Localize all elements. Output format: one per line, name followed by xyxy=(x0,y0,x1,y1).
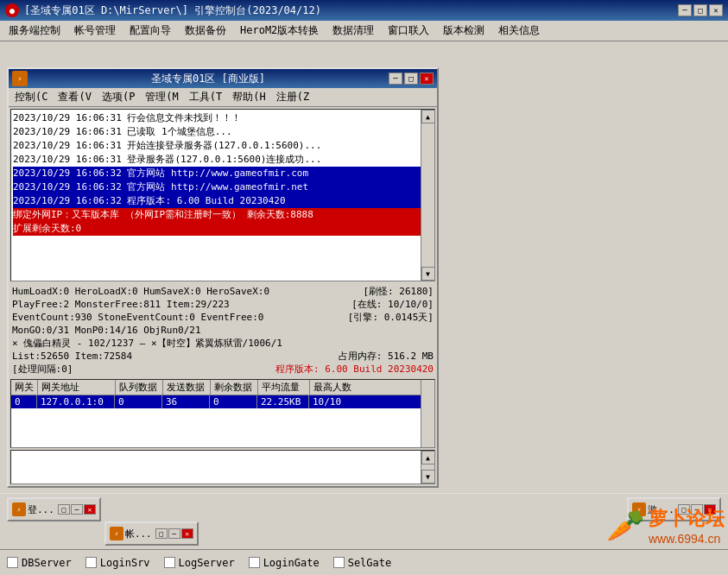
checkbox-selgate[interactable]: SelGate xyxy=(333,557,392,569)
row-gateway-addr: 127.0.0.1:0 xyxy=(37,395,115,408)
minimize-button[interactable]: ─ xyxy=(678,4,692,16)
menu-data-backup[interactable]: 数据备份 xyxy=(178,22,233,40)
task-min-btn-3[interactable]: ─ xyxy=(691,504,703,515)
task-close-btn-1[interactable]: ✕ xyxy=(84,504,96,515)
maximize-button[interactable]: □ xyxy=(693,4,707,16)
cb-selgate[interactable] xyxy=(333,557,345,568)
inner-minimize-btn[interactable]: ─ xyxy=(389,73,402,85)
menu-version-check[interactable]: 版本检测 xyxy=(436,22,491,40)
inner-menu-tools[interactable]: 工具(T xyxy=(184,89,227,105)
checkbox-logserver[interactable]: LogServer xyxy=(164,557,235,569)
task-restore-btn-3[interactable]: □ xyxy=(678,504,690,515)
inner-app-icon: ⚡ xyxy=(12,71,28,86)
menu-hero-convert[interactable]: HeroM2版本转换 xyxy=(233,22,326,40)
inner-controls: ─ □ ✕ xyxy=(389,73,434,85)
scroll-track[interactable] xyxy=(421,123,434,267)
scroll-up-btn[interactable]: ▲ xyxy=(421,110,435,123)
task-group-2: ⚡ 帐... □ ─ ✕ xyxy=(104,521,199,546)
row-avg-flow: 22.25KB xyxy=(257,395,309,408)
log-line-blue: 2023/10/29 16:06:32 官方网站 http://www.game… xyxy=(13,167,433,180)
status-engine: [引擎: 0.0145天] xyxy=(348,311,434,324)
cb-logingate[interactable] xyxy=(249,557,260,568)
log-line: 2023/10/29 16:06:31 开始连接登录服务器(127.0.0.1:… xyxy=(13,139,433,153)
inner-title-text: 圣域专属01区 [商业版] xyxy=(28,72,389,86)
bottom-bar: DBServer LoginSrv LogServer LoginGate Se… xyxy=(0,549,728,575)
col-avg-flow: 平均流量 xyxy=(258,380,310,395)
log-area[interactable]: 2023/10/29 16:06:31 行会信息文件未找到！！！ 2023/10… xyxy=(10,109,435,281)
status-puppet: × 傀儡白精灵 - 102/1237 – ×【时空】紧翼炼狱雷/1006/1 xyxy=(12,337,282,350)
task-mini-btns-account: □ ─ ✕ xyxy=(155,528,193,539)
close-button[interactable]: ✕ xyxy=(709,4,723,16)
menu-related-info[interactable]: 相关信息 xyxy=(491,22,547,40)
inner-menu-options[interactable]: 选项(P xyxy=(97,89,140,105)
task-restore-btn-1[interactable]: □ xyxy=(58,504,70,515)
log-content: 2023/10/29 16:06:31 行会信息文件未找到！！！ 2023/10… xyxy=(11,110,434,281)
cb-logserver[interactable] xyxy=(164,557,175,568)
task-restore-btn-2[interactable]: □ xyxy=(155,528,168,539)
scroll-down-btn[interactable]: ▼ xyxy=(421,267,435,281)
inner-menu-help[interactable]: 帮助(H xyxy=(227,89,270,105)
log-line-red: 绑定外网IP：又车版本库 （外网IP需和注册时一致） 剩余天数:8888 xyxy=(13,208,433,222)
cb-dbserver[interactable] xyxy=(7,557,18,568)
status-list-item: List:52650 Item:72584 xyxy=(12,350,132,363)
status-play-free: PlayFree:2 MonsterFree:811 Item:29/223 xyxy=(12,298,230,311)
status-row: × 傀儡白精灵 - 102/1237 – ×【时空】紧翼炼狱雷/1006/1 xyxy=(12,337,434,350)
table-scrollbar[interactable] xyxy=(421,380,434,447)
menu-data-clean[interactable]: 数据清理 xyxy=(326,22,381,40)
status-row: PlayFree:2 MonsterFree:811 Item:29/223 [… xyxy=(12,298,434,311)
col-gateway-addr: 网关地址 xyxy=(38,380,116,395)
task-min-btn-2[interactable]: ─ xyxy=(168,528,180,539)
status-version: 程序版本: 6.00 Build 20230420 xyxy=(275,363,434,376)
status-event: EventCount:930 StoneEventCount:0 EventFr… xyxy=(12,311,263,324)
inner-maximize-btn[interactable]: □ xyxy=(404,73,418,85)
gateway-table: 网关 网关地址 队列数据 发送数据 剩余数据 平均流量 最高人数 0 127.0… xyxy=(10,379,435,448)
col-send-data: 发送数据 xyxy=(163,380,211,395)
task-account-label: 帐... xyxy=(125,528,152,540)
task-mini-btns-login: □ ─ ✕ xyxy=(58,504,96,515)
title-controls: ─ □ ✕ xyxy=(678,4,723,16)
inner-menu-control[interactable]: 控制(C xyxy=(9,89,53,105)
label-loginsrv: LoginSrv xyxy=(100,557,150,569)
status-online: [在线: 10/10/0] xyxy=(351,298,434,311)
menu-server-control[interactable]: 服务端控制 xyxy=(2,22,67,40)
label-selgate: SelGate xyxy=(348,557,392,569)
table-row: 0 127.0.0.1:0 0 36 0 22.25KB 10/10 xyxy=(11,395,434,408)
status-mongo: MonGO:0/31 MonP0:14/16 ObjRun0/21 xyxy=(12,324,201,337)
inner-menu-register[interactable]: 注册(Z xyxy=(271,89,314,105)
menu-window-join[interactable]: 窗口联入 xyxy=(381,22,436,40)
row-send-data: 36 xyxy=(162,395,210,408)
status-memory: 占用内存: 516.2 MB xyxy=(339,350,434,363)
task-game-label: 游... xyxy=(648,503,674,516)
checkbox-loginsrv[interactable]: LoginSrv xyxy=(85,557,150,569)
game-icon: ⚡ xyxy=(632,502,646,516)
cb-loginsrv[interactable] xyxy=(85,557,97,568)
log-line-red: 扩展剩余天数:0 xyxy=(13,222,433,236)
task-min-btn-1[interactable]: ─ xyxy=(71,504,83,515)
label-logingate: LoginGate xyxy=(263,557,320,569)
menu-config-wizard[interactable]: 配置向导 xyxy=(123,22,178,40)
checkbox-dbserver[interactable]: DBServer xyxy=(7,557,72,569)
menu-account-mgmt[interactable]: 帐号管理 xyxy=(67,22,123,40)
title-text: [圣域专属01区 D:\MirServer\] 引擎控制台(2023/04/12… xyxy=(24,3,321,18)
inner-menu-view[interactable]: 查看(V xyxy=(53,89,96,105)
inner-title-bar: ⚡ 圣域专属01区 [商业版] ─ □ ✕ xyxy=(9,69,437,88)
inner-close-btn[interactable]: ✕ xyxy=(420,73,434,85)
extra-scroll-up[interactable]: ▲ xyxy=(421,451,435,464)
extra-scroll-down[interactable]: ▼ xyxy=(421,470,435,483)
task-item-game[interactable]: ⚡ 游... □ ─ ✕ xyxy=(627,497,721,521)
task-close-btn-2[interactable]: ✕ xyxy=(181,528,193,539)
extra-scrollbar[interactable]: ▲ ▼ xyxy=(421,451,434,483)
label-dbserver: DBServer xyxy=(22,557,72,569)
col-remain-data: 剩余数据 xyxy=(211,380,258,395)
task-close-btn-3[interactable]: ✕ xyxy=(704,504,716,515)
login-icon: ⚡ xyxy=(12,502,26,516)
inner-menu-manage[interactable]: 管理(M xyxy=(140,89,183,105)
log-line-blue: 2023/10/29 16:06:32 程序版本: 6.00 Build 202… xyxy=(13,194,433,208)
checkbox-logingate[interactable]: LoginGate xyxy=(249,557,320,569)
log-scrollbar[interactable]: ▲ ▼ xyxy=(421,110,434,281)
task-item-login[interactable]: ⚡ 登... □ ─ ✕ xyxy=(7,497,101,521)
task-item-account[interactable]: ⚡ 帐... □ ─ ✕ xyxy=(104,521,199,546)
status-processing: [处理间隔:0] xyxy=(12,363,73,376)
col-queue-data: 队列数据 xyxy=(116,380,163,395)
log-line: 2023/10/29 16:06:31 行会信息文件未找到！！！ xyxy=(13,111,433,125)
